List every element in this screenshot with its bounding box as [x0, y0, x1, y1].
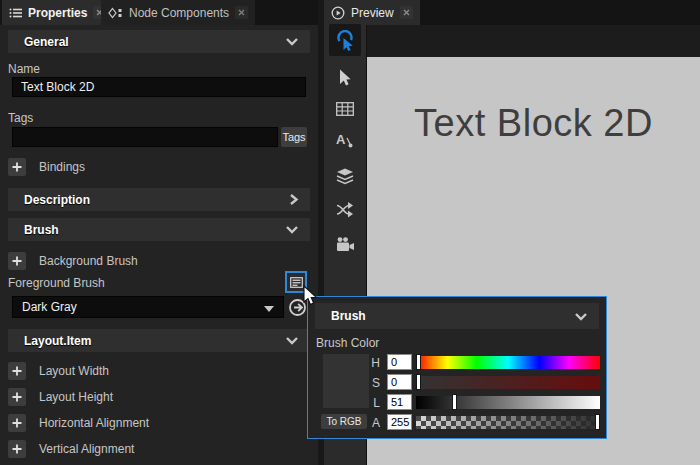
preview-tabbar: Preview	[324, 0, 700, 25]
lightness-input[interactable]	[387, 394, 412, 410]
chevron-down-icon	[285, 225, 299, 234]
saturation-slider[interactable]	[416, 376, 600, 389]
lightness-row: L	[308, 394, 606, 412]
layout-width-label: Layout Width	[39, 364, 109, 378]
saturation-slider-handle[interactable]	[416, 374, 421, 390]
mouse-cursor	[302, 285, 319, 307]
vertical-alignment-label: Vertical Alignment	[39, 442, 134, 456]
text-analysis-icon: A	[336, 132, 354, 149]
alpha-slider-handle[interactable]	[595, 414, 600, 430]
bindings-row: Bindings	[8, 157, 85, 176]
property-editor-icon	[290, 277, 303, 288]
name-input[interactable]	[12, 77, 306, 97]
popup-title: Brush	[331, 309, 366, 323]
interact-tool[interactable]	[335, 30, 355, 50]
close-icon[interactable]	[235, 6, 248, 19]
layers-tool[interactable]	[335, 166, 355, 186]
tags-button[interactable]: Tags	[281, 127, 307, 147]
add-background-brush-button[interactable]	[8, 252, 26, 270]
list-icon	[9, 7, 22, 19]
branch-arrows-icon	[336, 202, 354, 218]
brush-color-label: Brush Color	[316, 336, 379, 350]
properties-panel: General Name Tags Tags Bindings Descript…	[0, 25, 318, 465]
lightness-slider[interactable]	[416, 396, 600, 409]
layout-width-row: Layout Width	[8, 361, 109, 380]
chevron-down-icon	[285, 336, 299, 345]
vertical-alignment-row: Vertical Alignment	[8, 439, 134, 458]
tab-preview-label: Preview	[351, 6, 394, 20]
horizontal-alignment-row: Horizontal Alignment	[8, 413, 149, 432]
section-header-layout-item[interactable]: Layout.Item	[8, 329, 310, 352]
play-circle-icon	[331, 6, 345, 20]
hue-input[interactable]	[387, 354, 412, 370]
grid-tool[interactable]	[335, 99, 355, 119]
saturation-label: S	[366, 376, 380, 390]
dropdown-caret-icon	[264, 306, 274, 312]
section-title: Description	[24, 193, 90, 207]
add-binding-button[interactable]	[8, 158, 26, 176]
connections-tool[interactable]	[335, 200, 355, 220]
add-vertical-alignment-button[interactable]	[8, 440, 26, 458]
add-layout-height-button[interactable]	[8, 388, 26, 406]
interact-cursor-icon	[335, 30, 355, 51]
tab-properties[interactable]: Properties	[2, 0, 113, 25]
arrow-cursor-icon	[337, 69, 353, 88]
select-tool[interactable]	[335, 68, 355, 88]
lightness-slider-handle[interactable]	[452, 394, 457, 410]
hue-slider-handle[interactable]	[416, 354, 421, 370]
foreground-brush-label: Foreground Brush	[8, 276, 105, 290]
horizontal-alignment-label: Horizontal Alignment	[39, 416, 149, 430]
hue-label: H	[366, 356, 380, 370]
chevron-down-icon	[285, 37, 299, 46]
to-rgb-button[interactable]: To RGB	[321, 414, 367, 429]
saturation-input[interactable]	[387, 374, 412, 390]
node-components-icon	[108, 7, 123, 19]
alpha-input[interactable]	[387, 414, 412, 430]
tab-node-components[interactable]: Node Components	[101, 0, 255, 25]
text-tool[interactable]: A	[335, 130, 355, 150]
section-title: Brush	[24, 223, 59, 237]
foreground-brush-value: Dark Gray	[22, 300, 77, 314]
section-title: General	[24, 35, 69, 49]
add-layout-width-button[interactable]	[8, 362, 26, 380]
background-brush-row: Background Brush	[8, 251, 138, 270]
section-header-description[interactable]: Description	[8, 188, 310, 211]
text-block-2d-node[interactable]: Text Block 2D	[367, 102, 700, 145]
tab-properties-label: Properties	[28, 6, 87, 20]
add-horizontal-alignment-button[interactable]	[8, 414, 26, 432]
camera-tool[interactable]	[335, 234, 355, 254]
chevron-right-icon	[289, 193, 299, 206]
hue-slider[interactable]	[416, 356, 600, 369]
lightness-label: L	[366, 396, 380, 410]
tags-label: Tags	[8, 111, 33, 125]
properties-tabbar: Properties Node Components	[0, 0, 318, 25]
saturation-row: S	[308, 374, 606, 392]
section-title: Layout.Item	[24, 334, 91, 348]
grid-icon	[336, 102, 354, 116]
layout-height-row: Layout Height	[8, 387, 113, 406]
chevron-down-icon	[574, 312, 588, 321]
foreground-brush-dropdown[interactable]: Dark Gray	[12, 296, 284, 318]
layers-icon	[336, 168, 354, 185]
svg-text:A: A	[336, 132, 346, 147]
hue-row: H	[308, 354, 606, 372]
brush-popup: Brush Brush Color H S L A To RGB	[307, 296, 607, 439]
alpha-label: A	[366, 416, 380, 430]
tab-preview[interactable]: Preview	[324, 0, 420, 25]
name-label: Name	[8, 62, 40, 76]
alpha-slider[interactable]	[416, 416, 600, 429]
section-header-brush[interactable]: Brush	[8, 218, 310, 241]
layout-height-label: Layout Height	[39, 390, 113, 404]
background-brush-label: Background Brush	[39, 254, 138, 268]
popup-section-header-brush[interactable]: Brush	[315, 303, 599, 329]
close-icon[interactable]	[400, 6, 413, 19]
bindings-label: Bindings	[39, 160, 85, 174]
section-header-general[interactable]: General	[8, 30, 310, 53]
video-camera-icon	[336, 237, 355, 252]
tab-node-components-label: Node Components	[129, 6, 229, 20]
tags-input[interactable]	[12, 127, 278, 147]
